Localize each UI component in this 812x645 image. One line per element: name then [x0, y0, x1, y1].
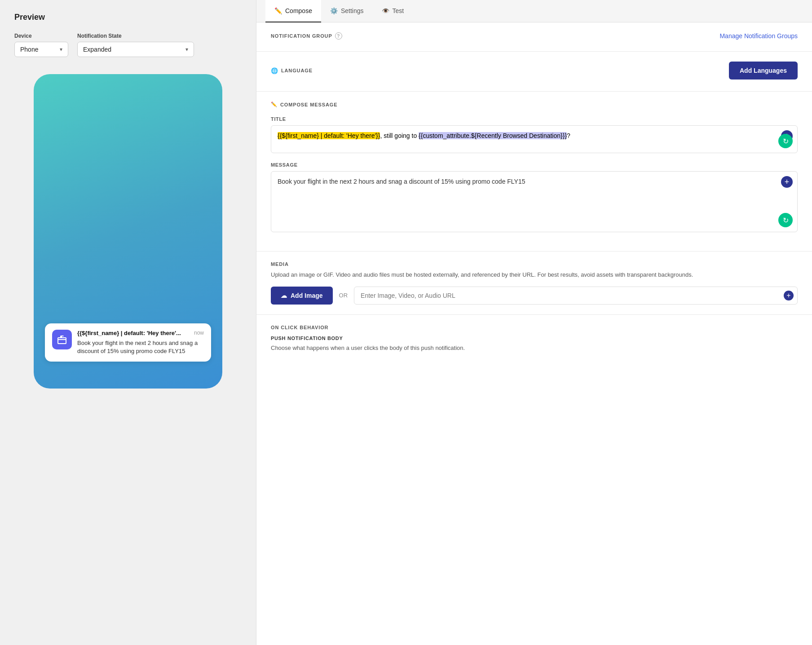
notification-state-select[interactable]: Expanded ▾ [77, 42, 194, 57]
language-title: 🌐 LANGUAGE [271, 67, 313, 74]
tabs-bar: ✏️ Compose ⚙️ Settings 👁️ Test [256, 0, 812, 22]
tab-compose[interactable]: ✏️ Compose [265, 0, 321, 22]
add-image-button[interactable]: ☁ Add Image [271, 287, 333, 305]
on-click-behavior-section: ON CLICK BEHAVIOR PUSH NOTIFICATION BODY… [256, 315, 812, 362]
message-field-group: MESSAGE Book your flight in the next 2 h… [271, 162, 798, 232]
title-end: ? [567, 132, 570, 139]
on-click-behavior-title: ON CLICK BEHAVIOR [271, 325, 798, 330]
push-notification-body-desc: Choose what happens when a user clicks t… [271, 344, 798, 353]
tab-test[interactable]: 👁️ Test [373, 0, 413, 22]
message-field-label: MESSAGE [271, 162, 798, 168]
title-field-group: TITLE {{${first_name} | default: 'Hey th… [271, 116, 798, 153]
on-click-behavior-label: ON CLICK BEHAVIOR [271, 325, 328, 330]
notification-group-section: NOTIFICATION GROUP ? Manage Notification… [256, 22, 812, 52]
notification-header: {{${first_name} | default: 'Hey there'..… [77, 330, 204, 337]
tab-settings-label: Settings [341, 7, 364, 14]
settings-icon: ⚙️ [330, 7, 338, 14]
phone-container: {{${first_name} | default: 'Hey there'..… [14, 70, 242, 632]
message-input-wrapper: Book your flight in the next 2 hours and… [271, 171, 798, 232]
message-input[interactable]: Book your flight in the next 2 hours and… [271, 172, 797, 230]
url-plus-button[interactable]: + [784, 291, 794, 300]
device-label: Device [14, 33, 68, 39]
compose-message-section: ✏️ COMPOSE MESSAGE TITLE {{${first_name}… [256, 92, 812, 252]
notification-body: Book your flight in the next 2 hours and… [77, 339, 204, 355]
language-label: LANGUAGE [281, 68, 313, 73]
notification-state-value: Expanded [83, 46, 181, 53]
device-select[interactable]: Phone ▾ [14, 42, 68, 57]
language-section: 🌐 LANGUAGE Add Languages [256, 52, 812, 92]
message-plus-button[interactable]: + [781, 176, 793, 188]
notification-state-control: Notification State Expanded ▾ [77, 33, 194, 57]
media-title: MEDIA [271, 261, 798, 267]
notification-time: now [194, 330, 204, 336]
upload-icon: ☁ [281, 292, 287, 299]
info-icon[interactable]: ? [335, 32, 342, 40]
media-label: MEDIA [271, 261, 289, 267]
notification-card: {{${first_name} | default: 'Hey there'..… [45, 323, 211, 362]
compose-message-title: ✏️ COMPOSE MESSAGE [271, 102, 798, 107]
add-languages-button[interactable]: Add Languages [729, 62, 798, 80]
title-highlight-2: {{custom_attribute.${Recently Browsed De… [419, 132, 567, 139]
notification-group-header: NOTIFICATION GROUP ? Manage Notification… [271, 32, 798, 40]
title-content[interactable]: {{${first_name} | default: 'Hey there'}}… [271, 126, 797, 153]
title-field-label: TITLE [271, 116, 798, 122]
notification-group-title: NOTIFICATION GROUP ? [271, 32, 342, 40]
tab-test-label: Test [393, 7, 404, 14]
notification-group-label: NOTIFICATION GROUP [271, 33, 332, 39]
chevron-down-icon: ▾ [60, 46, 62, 53]
chevron-down-icon-2: ▾ [185, 46, 188, 53]
phone-mockup: {{${first_name} | default: 'Hey there'..… [34, 74, 222, 389]
tab-settings[interactable]: ⚙️ Settings [321, 0, 373, 22]
title-highlight-1: {{${first_name} | default: 'Hey there'}} [278, 132, 380, 139]
title-middle: , still going to [380, 132, 419, 139]
globe-icon: 🌐 [271, 67, 278, 74]
title-input-wrapper: {{${first_name} | default: 'Hey there'}}… [271, 125, 798, 153]
left-panel: Preview Device Phone ▾ Notification Stat… [0, 0, 256, 645]
url-input[interactable] [354, 287, 797, 304]
notification-content: {{${first_name} | default: 'Hey there'..… [77, 330, 204, 355]
right-panel: ✏️ Compose ⚙️ Settings 👁️ Test NOTIFICAT… [256, 0, 812, 645]
controls-row: Device Phone ▾ Notification State Expand… [14, 33, 242, 57]
message-refresh-button[interactable]: ↻ [778, 213, 793, 227]
app-icon [52, 330, 72, 349]
or-separator: OR [339, 292, 348, 299]
compose-icon: ✏️ [274, 7, 282, 14]
notification-state-label: Notification State [77, 33, 194, 39]
tab-compose-label: Compose [285, 7, 312, 14]
briefcase-icon [57, 334, 67, 345]
add-image-label: Add Image [291, 292, 323, 299]
page-title: Preview [14, 13, 242, 22]
device-value: Phone [20, 46, 55, 53]
language-header: 🌐 LANGUAGE Add Languages [271, 62, 798, 80]
device-control: Device Phone ▾ [14, 33, 68, 57]
manage-notification-groups-link[interactable]: Manage Notification Groups [719, 32, 798, 40]
media-section: MEDIA Upload an image or GIF. Video and … [256, 252, 812, 315]
compose-icon-pencil: ✏️ [271, 102, 278, 107]
notification-title: {{${first_name} | default: 'Hey there'..… [77, 330, 181, 337]
test-icon: 👁️ [382, 7, 389, 14]
media-controls: ☁ Add Image OR + [271, 287, 798, 305]
url-input-wrapper: + [354, 287, 798, 305]
push-notification-body-label: PUSH NOTIFICATION BODY [271, 336, 798, 341]
compose-message-label: COMPOSE MESSAGE [280, 102, 338, 107]
title-refresh-button[interactable]: ↻ [778, 134, 793, 148]
media-description: Upload an image or GIF. Video and audio … [271, 270, 798, 279]
